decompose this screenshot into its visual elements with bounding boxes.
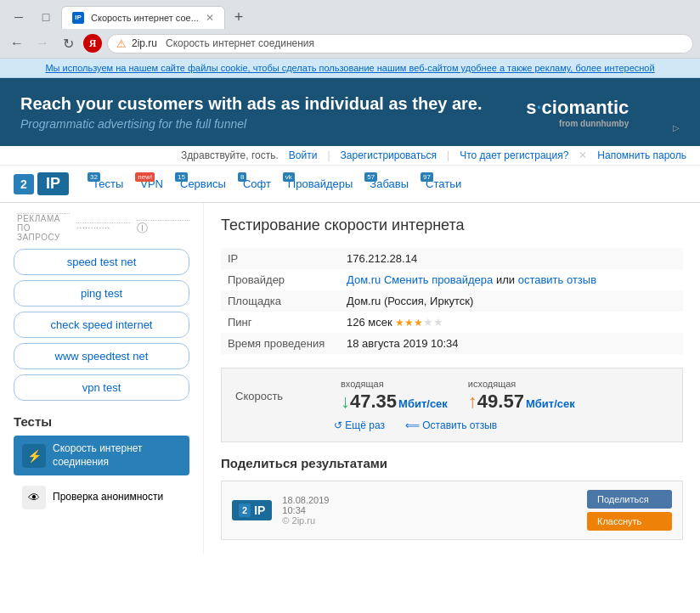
forward-button[interactable]: → [32,33,53,53]
cookie-banner: Мы используем на нашем сайте файлы cooki… [0,59,700,78]
ad-link-check-speed[interactable]: check speed internet [14,312,189,338]
url-page-title: Скорость интернет соединения [166,37,314,49]
speed-incoming: входящая ↓47.35Мбит/сек [341,379,448,413]
nav-badge-articles: 97 [421,172,433,182]
incoming-value: ↓47.35Мбит/сек [341,391,448,413]
nav-item-providers[interactable]: vk Провайдеры [281,174,359,194]
nav-item-soft[interactable]: 8 Софт [236,174,278,194]
speed-test-label: Скорость интернет соединения [53,442,181,469]
minimize-button[interactable]: ─ [7,5,31,29]
active-tab[interactable]: IP Скорость интернет сое... ✕ [61,6,225,29]
page-layout: РЕКЛАМА ПО ЗАПРОСУ ············ ⓘ speed … [0,203,700,554]
outgoing-arrow: ↑ [468,391,477,412]
provider-name-link[interactable]: Дом.ru [347,273,381,286]
incoming-number: 47.35 [350,391,397,412]
retry-link[interactable]: ↺ Ещё раз [334,419,385,431]
nav-badge-providers: vk [283,172,295,182]
login-link[interactable]: Войти [289,149,318,161]
ad-link-www-speedtest[interactable]: www speedtest net [14,343,189,369]
label-ip: IP [221,248,340,269]
logo-2: 2 [14,174,34,194]
cookie-link[interactable]: Мы используем на нашем сайте файлы cooki… [45,63,654,73]
ad-link-speed-test-net[interactable]: speed test net [14,249,189,275]
ad-badge: ▷ [673,123,680,132]
share-section: Поделиться результатами 2 IP 18.08.2019 … [221,456,683,540]
ad-link-ping-test[interactable]: ping test [14,280,189,306]
back-button[interactable]: ← [7,33,27,53]
ad-subline: Programmatic advertising for the full fu… [20,117,483,131]
tab-close-button[interactable]: ✕ [206,12,214,24]
address-bar: ← → ↻ Я ⚠ 2ip.ru Скорость интернет соеди… [0,29,700,58]
ad-banner: Reach your customers with ads as individ… [0,78,700,146]
reload-button[interactable]: ↻ [58,33,78,53]
share-time: 10:34 [282,505,329,515]
share-vk-button[interactable]: Поделиться [587,490,672,509]
ad-logo: s·ciomantic from dunnhumby [526,97,629,128]
speed-label: Скорость [235,390,320,402]
anon-test-icon: 👁 [22,486,46,509]
nav-badge-tests: 32 [88,172,100,182]
register-link[interactable]: Зарегистрироваться [341,149,437,161]
page-title: Тестирование скорости интернета [221,217,683,234]
sidebar-ad-header: РЕКЛАМА ПО ЗАПРОСУ ············ ⓘ [14,213,189,242]
new-tab-button[interactable]: + [229,7,249,27]
nav-badge-vpn: new! [135,172,155,182]
share-date: 18.08.2019 [282,495,329,505]
outgoing-unit: Мбит/сек [526,397,575,410]
table-row-datetime: Время проведения 18 августа 2019 10:34 [221,333,683,354]
remind-link[interactable]: Напомнить пароль [597,149,686,161]
nav-item-fun[interactable]: 57 Забавы [363,174,415,194]
nav-label-soft: Софт [243,177,271,190]
info-icon[interactable]: ⓘ [137,220,189,236]
tests-section: Тесты ⚡ Скорость интернет соединения 👁 П… [14,414,189,516]
incoming-label: входящая [341,379,384,389]
speed-actions: ↺ Ещё раз ⟸ Оставить отзыв [235,419,669,431]
ad-headline: Reach your customers with ads as individ… [20,94,483,114]
share-logo: 2 IP [232,500,272,520]
test-item-anon[interactable]: 👁 Проверка анонимности [14,479,189,516]
benefits-link[interactable]: Что дает регистрация? [460,149,568,161]
tests-title: Тесты [14,414,189,429]
speed-test-icon: ⚡ [22,444,46,468]
maximize-button[interactable]: □ [34,5,58,29]
nav-item-services[interactable]: 15 Сервисы [173,174,233,194]
speed-box: Скорость входящая ↓47.35Мбит/сек исходящ… [221,368,683,442]
table-row-ping: Пинг 126 мсек ★★★★★ [221,312,683,333]
value-provider: Дом.ru Сменить провайдера или оставить о… [340,269,683,290]
incoming-arrow: ↓ [341,391,350,412]
share-card: 2 IP 18.08.2019 10:34 © 2ip.ru Поделитьс… [221,481,683,540]
change-provider-link[interactable]: Сменить провайдера [384,273,493,286]
review-link[interactable]: ⟸ Оставить отзыв [405,419,497,431]
tab-bar: ─ □ IP Скорость интернет сое... ✕ + [0,0,700,29]
security-warning-icon: ⚠ [116,37,127,50]
nav-items: 32 Тесты new! VPN 15 Сервисы 8 Софт vk П… [86,174,468,194]
nav-item-articles[interactable]: 97 Статьи [419,174,468,194]
nav-item-tests[interactable]: 32 Тесты [86,174,130,194]
share-card-info: 18.08.2019 10:34 © 2ip.ru [282,495,329,526]
label-location: Площадка [221,290,340,312]
nav-item-vpn[interactable]: new! VPN [133,174,170,194]
yandex-icon: Я [83,34,102,53]
outgoing-number: 49.57 [477,391,524,412]
share-ok-button[interactable]: Класснуть [587,512,672,531]
tab-favicon: IP [72,12,84,24]
nav-badge-services: 15 [175,172,188,182]
value-ping: 126 мсек ★★★★★ [340,312,683,333]
sidebar: РЕКЛАМА ПО ЗАПРОСУ ············ ⓘ speed … [0,203,204,554]
main-nav: 2 IP 32 Тесты new! VPN 15 Сервисы 8 Софт… [0,166,700,202]
speed-outgoing: исходящая ↑49.57Мбит/сек [468,379,575,413]
browser-chrome: ─ □ IP Скорость интернет сое... ✕ + ← → … [0,0,700,59]
logo-ip: IP [37,172,69,195]
label-provider: Провайдер [221,269,340,290]
url-bar[interactable]: ⚠ 2ip.ru Скорость интернет соединения [107,34,693,53]
tab-title: Скорость интернет сое... [91,13,199,23]
incoming-unit: Мбит/сек [398,397,448,410]
ping-stars-empty: ★★ [423,316,443,329]
ad-link-vpn-test[interactable]: vpn test [14,374,189,401]
test-item-speed[interactable]: ⚡ Скорость интернет соединения [14,436,189,475]
site-header: Здравствуйте, гость. Войти | Зарегистрир… [0,146,700,203]
ad-logo-sub: from dunnhumby [526,119,629,128]
nav-label-providers: Провайдеры [288,177,353,190]
ping-stars: ★★★ [395,317,423,329]
leave-review-link[interactable]: оставить отзыв [518,273,596,286]
